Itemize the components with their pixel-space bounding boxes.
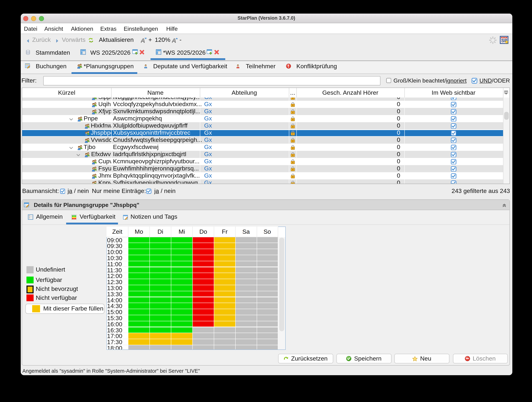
svg-text:A: A	[141, 37, 145, 43]
svg-text:A: A	[172, 37, 176, 43]
